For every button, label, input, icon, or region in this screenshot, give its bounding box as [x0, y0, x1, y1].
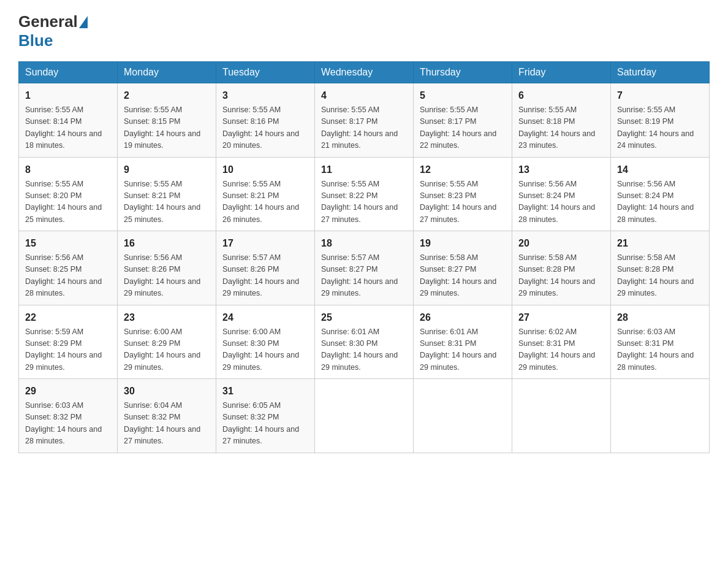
calendar-cell: 8 Sunrise: 5:55 AM Sunset: 8:20 PM Dayli… — [19, 157, 118, 231]
calendar-cell: 19 Sunrise: 5:58 AM Sunset: 8:27 PM Dayl… — [414, 231, 512, 305]
sunrise-text: Sunrise: 5:55 AM — [124, 105, 182, 114]
logo-general-text: General — [18, 12, 78, 31]
day-info: Sunrise: 5:55 AM Sunset: 8:18 PM Dayligh… — [518, 104, 604, 152]
daylight-text: Daylight: 14 hours and 27 minutes. — [420, 203, 496, 223]
day-info: Sunrise: 5:56 AM Sunset: 8:24 PM Dayligh… — [518, 178, 604, 226]
calendar-cell: 20 Sunrise: 5:58 AM Sunset: 8:28 PM Dayl… — [512, 231, 611, 305]
sunrise-text: Sunrise: 5:55 AM — [25, 105, 83, 114]
day-number: 27 — [518, 310, 604, 325]
day-number: 23 — [124, 310, 210, 325]
sunset-text: Sunset: 8:26 PM — [124, 265, 180, 274]
sunset-text: Sunset: 8:29 PM — [124, 339, 180, 348]
sunset-text: Sunset: 8:31 PM — [518, 339, 575, 348]
sunrise-text: Sunrise: 5:55 AM — [124, 180, 182, 188]
sunset-text: Sunset: 8:19 PM — [617, 117, 673, 126]
sunset-text: Sunset: 8:27 PM — [420, 265, 476, 274]
sunset-text: Sunset: 8:29 PM — [25, 339, 82, 348]
day-info: Sunrise: 5:58 AM Sunset: 8:28 PM Dayligh… — [518, 252, 604, 300]
daylight-text: Daylight: 14 hours and 29 minutes. — [321, 351, 398, 371]
sunset-text: Sunset: 8:28 PM — [518, 265, 575, 274]
day-number: 10 — [222, 163, 308, 177]
sunrise-text: Sunrise: 5:55 AM — [617, 105, 675, 114]
sunrise-text: Sunrise: 5:56 AM — [25, 253, 83, 262]
sunrise-text: Sunrise: 6:02 AM — [518, 327, 577, 336]
daylight-text: Daylight: 14 hours and 18 minutes. — [25, 129, 102, 150]
daylight-text: Daylight: 14 hours and 29 minutes. — [617, 277, 694, 297]
day-number: 16 — [124, 236, 210, 251]
calendar-cell — [611, 379, 710, 453]
sunrise-text: Sunrise: 5:58 AM — [420, 253, 478, 262]
daylight-text: Daylight: 14 hours and 20 minutes. — [222, 129, 299, 150]
daylight-text: Daylight: 14 hours and 29 minutes. — [321, 277, 398, 297]
day-info: Sunrise: 5:55 AM Sunset: 8:16 PM Dayligh… — [222, 104, 308, 152]
calendar-cell: 24 Sunrise: 6:00 AM Sunset: 8:30 PM Dayl… — [216, 305, 315, 379]
sunrise-text: Sunrise: 5:55 AM — [321, 180, 379, 188]
sunset-text: Sunset: 8:32 PM — [222, 413, 279, 421]
calendar-cell: 29 Sunrise: 6:03 AM Sunset: 8:32 PM Dayl… — [19, 379, 118, 453]
day-number: 31 — [222, 384, 308, 399]
daylight-text: Daylight: 14 hours and 28 minutes. — [25, 277, 102, 297]
calendar-cell: 3 Sunrise: 5:55 AM Sunset: 8:16 PM Dayli… — [216, 83, 315, 158]
sunrise-text: Sunrise: 6:05 AM — [222, 401, 281, 410]
daylight-text: Daylight: 14 hours and 28 minutes. — [518, 203, 595, 223]
sunrise-text: Sunrise: 5:55 AM — [420, 180, 478, 188]
day-number: 14 — [617, 163, 703, 177]
calendar-cell: 14 Sunrise: 5:56 AM Sunset: 8:24 PM Dayl… — [611, 157, 710, 231]
sunset-text: Sunset: 8:32 PM — [124, 413, 180, 421]
day-number: 8 — [25, 163, 111, 177]
calendar-cell: 11 Sunrise: 5:55 AM Sunset: 8:22 PM Dayl… — [315, 157, 414, 231]
daylight-text: Daylight: 14 hours and 23 minutes. — [518, 129, 595, 150]
day-number: 5 — [420, 88, 506, 103]
calendar-cell — [414, 379, 512, 453]
day-info: Sunrise: 5:59 AM Sunset: 8:29 PM Dayligh… — [25, 326, 111, 374]
day-info: Sunrise: 6:04 AM Sunset: 8:32 PM Dayligh… — [124, 400, 210, 448]
daylight-text: Daylight: 14 hours and 27 minutes. — [321, 203, 398, 223]
day-number: 7 — [617, 88, 703, 103]
calendar-cell: 17 Sunrise: 5:57 AM Sunset: 8:26 PM Dayl… — [216, 231, 315, 305]
sunrise-text: Sunrise: 6:01 AM — [321, 327, 379, 336]
sunset-text: Sunset: 8:23 PM — [420, 191, 476, 200]
sunset-text: Sunset: 8:30 PM — [222, 339, 279, 348]
calendar-cell: 22 Sunrise: 5:59 AM Sunset: 8:29 PM Dayl… — [19, 305, 118, 379]
sunset-text: Sunset: 8:15 PM — [124, 117, 180, 126]
day-info: Sunrise: 5:55 AM Sunset: 8:19 PM Dayligh… — [617, 104, 703, 152]
sunset-text: Sunset: 8:25 PM — [25, 265, 82, 274]
calendar-cell: 27 Sunrise: 6:02 AM Sunset: 8:31 PM Dayl… — [512, 305, 611, 379]
daylight-text: Daylight: 14 hours and 28 minutes. — [25, 425, 102, 445]
day-info: Sunrise: 5:56 AM Sunset: 8:25 PM Dayligh… — [25, 252, 111, 300]
day-info: Sunrise: 6:02 AM Sunset: 8:31 PM Dayligh… — [518, 326, 604, 374]
day-info: Sunrise: 5:57 AM Sunset: 8:27 PM Dayligh… — [321, 252, 407, 300]
column-header-thursday: Thursday — [414, 62, 512, 83]
calendar-cell: 1 Sunrise: 5:55 AM Sunset: 8:14 PM Dayli… — [19, 83, 118, 158]
sunrise-text: Sunrise: 5:55 AM — [420, 105, 478, 114]
day-info: Sunrise: 6:03 AM Sunset: 8:31 PM Dayligh… — [617, 326, 703, 374]
daylight-text: Daylight: 14 hours and 29 minutes. — [25, 351, 102, 371]
sunrise-text: Sunrise: 6:00 AM — [124, 327, 182, 336]
sunrise-text: Sunrise: 6:00 AM — [222, 327, 281, 336]
daylight-text: Daylight: 14 hours and 19 minutes. — [124, 129, 200, 150]
sunrise-text: Sunrise: 5:55 AM — [518, 105, 577, 114]
day-info: Sunrise: 6:00 AM Sunset: 8:29 PM Dayligh… — [124, 326, 210, 374]
logo: General Blue — [18, 12, 89, 50]
calendar-cell — [315, 379, 414, 453]
sunrise-text: Sunrise: 6:01 AM — [420, 327, 478, 336]
day-info: Sunrise: 6:00 AM Sunset: 8:30 PM Dayligh… — [222, 326, 308, 374]
sunrise-text: Sunrise: 5:56 AM — [518, 180, 577, 188]
calendar-cell: 13 Sunrise: 5:56 AM Sunset: 8:24 PM Dayl… — [512, 157, 611, 231]
column-header-friday: Friday — [512, 62, 611, 83]
daylight-text: Daylight: 14 hours and 25 minutes. — [124, 203, 200, 223]
day-number: 19 — [420, 236, 506, 251]
day-info: Sunrise: 6:01 AM Sunset: 8:30 PM Dayligh… — [321, 326, 407, 374]
calendar-cell: 18 Sunrise: 5:57 AM Sunset: 8:27 PM Dayl… — [315, 231, 414, 305]
day-number: 30 — [124, 384, 210, 399]
daylight-text: Daylight: 14 hours and 21 minutes. — [321, 129, 398, 150]
page-header: General Blue — [18, 12, 710, 50]
daylight-text: Daylight: 14 hours and 25 minutes. — [25, 203, 102, 223]
sunset-text: Sunset: 8:21 PM — [222, 191, 279, 200]
daylight-text: Daylight: 14 hours and 28 minutes. — [617, 351, 694, 371]
day-info: Sunrise: 5:56 AM Sunset: 8:24 PM Dayligh… — [617, 178, 703, 226]
day-info: Sunrise: 5:55 AM Sunset: 8:23 PM Dayligh… — [420, 178, 506, 226]
sunrise-text: Sunrise: 5:56 AM — [124, 253, 182, 262]
day-number: 2 — [124, 88, 210, 103]
daylight-text: Daylight: 14 hours and 29 minutes. — [124, 351, 200, 371]
